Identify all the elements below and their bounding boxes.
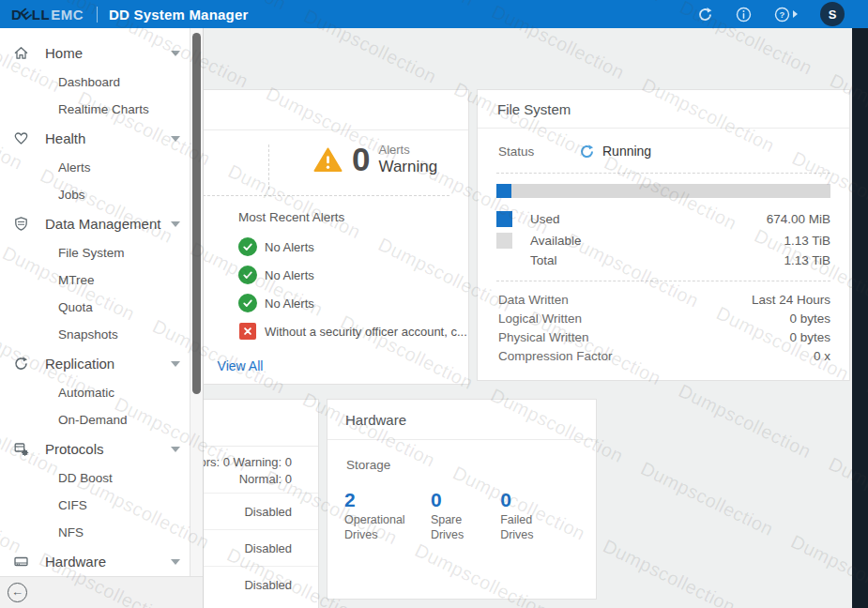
user-avatar[interactable]: S — [820, 2, 845, 26]
available-swatch — [496, 233, 512, 249]
status-value: Running — [602, 144, 651, 159]
sidebar-item-health[interactable]: Health — [0, 123, 203, 154]
sidebar-item-cifs[interactable]: CIFS — [0, 492, 203, 519]
hardware-panel: Hardware Storage 2 Operational Drives 0 … — [327, 399, 597, 600]
chevron-down-icon[interactable] — [171, 51, 180, 56]
failed-drives-stat: 0 Failed Drives — [500, 489, 586, 542]
sidebar-scrollbar-thumb[interactable] — [192, 33, 201, 394]
capacity-total-row: Total 1.13 TiB — [496, 250, 830, 270]
sidebar-footer: ← — [0, 576, 203, 608]
nav-menu: Home Dashboard Realtime Charts Health Al… — [0, 28, 203, 577]
used-swatch — [496, 211, 512, 227]
dell-emc-logo: DELL EMC — [11, 7, 84, 23]
warning-stat: 0 Alerts Warning — [312, 141, 437, 178]
sidebar-item-protocols[interactable]: Protocols — [0, 433, 203, 464]
compression-factor-row: Compression Factor 0 x — [498, 347, 830, 365]
capacity-used-row: Used 674.00 MiB — [496, 208, 830, 229]
watermark-text: Dumpscollection — [571, 535, 758, 608]
physical-written-row: Physical Written 0 bytes — [498, 328, 830, 346]
sidebar-item-alerts[interactable]: Alerts — [0, 154, 203, 181]
sidebar-item-replication[interactable]: Replication — [0, 348, 203, 379]
data-written-row: Data Written Last 24 Hours — [498, 291, 830, 309]
ok-icon — [238, 294, 257, 312]
refresh-icon[interactable] — [697, 7, 713, 23]
sidebar-item-jobs[interactable]: Jobs — [0, 181, 203, 208]
hardware-panel-title: Hardware — [345, 412, 406, 428]
shield-icon — [12, 216, 29, 233]
ok-icon — [238, 266, 257, 284]
alert-row: No Alerts — [238, 233, 464, 261]
chevron-down-icon[interactable] — [171, 361, 180, 367]
fs-separator — [496, 173, 830, 174]
home-icon — [12, 45, 29, 62]
warning-count: 0 — [352, 141, 370, 178]
protocols-icon — [12, 441, 29, 458]
help-menu[interactable]: ? — [774, 7, 798, 23]
service-row: Disabled — [244, 530, 292, 566]
sidebar-item-realtime-charts[interactable]: Realtime Charts — [0, 96, 203, 123]
info-icon[interactable] — [736, 7, 752, 23]
service-row: Disabled — [244, 567, 292, 602]
alert-row: Without a security officer account, c... — [238, 317, 464, 345]
error-icon — [239, 323, 256, 340]
warning-count-unit: Alerts — [378, 144, 437, 158]
file-system-panel-title: File System — [497, 101, 571, 117]
sync-icon — [579, 144, 595, 160]
drive-icon — [12, 554, 29, 570]
sidebar-item-home[interactable]: Home — [0, 38, 203, 68]
storage-section-label: Storage — [346, 458, 390, 472]
operational-drives-stat: 2 Operational Drives — [344, 489, 431, 542]
recent-alerts-title: Most Recent Alerts — [238, 210, 344, 224]
app-title: DD System Manager — [109, 7, 248, 23]
svg-text:?: ? — [780, 9, 785, 20]
capacity-bar — [496, 184, 830, 198]
right-edge-strip — [852, 28, 868, 608]
sidebar-scrollbar-track[interactable] — [190, 28, 203, 577]
sidebar-item-dd-boost[interactable]: DD Boost — [0, 464, 203, 492]
sidebar-item-quota[interactable]: Quota — [0, 294, 203, 321]
watermark-text: Dumpscollection — [647, 380, 834, 531]
dd-system-manager-window: 0 Alerts Warning Most Recent Alerts No A… — [0, 0, 868, 608]
sidebar-item-file-system[interactable]: File System — [0, 239, 203, 266]
fs-separator — [496, 281, 830, 281]
watermark-text: Dumpscollection — [609, 458, 797, 608]
warning-severity-label: Warning — [378, 158, 437, 176]
chevron-down-icon[interactable] — [171, 559, 180, 565]
alert-row: No Alerts — [238, 261, 464, 289]
storage-stats: 2 Operational Drives 0 Spare Drives 0 Fa… — [344, 489, 586, 542]
services-summary: rors: 0 Warning: 0 Normal: 0 — [195, 454, 292, 487]
status-label: Status — [498, 144, 579, 159]
recent-alerts-list: No Alerts No Alerts No Alerts Without a … — [238, 233, 464, 345]
sidebar-item-snapshots[interactable]: Snapshots — [0, 321, 203, 348]
heart-icon — [12, 130, 29, 147]
header-actions: ? S — [697, 0, 845, 28]
app-header: DELL EMC DD System Manager ? S — [0, 0, 868, 28]
spare-drives-stat: 0 Spare Drives — [431, 489, 500, 542]
sidebar-item-mtree[interactable]: MTree — [0, 266, 203, 294]
file-system-status-row: Status Running — [498, 139, 829, 163]
help-icon[interactable]: ? — [774, 7, 790, 23]
sidebar-item-dashboard[interactable]: Dashboard — [0, 68, 203, 96]
sidebar-item-automatic[interactable]: Automatic — [0, 379, 203, 406]
chevron-down-icon[interactable] — [171, 447, 180, 452]
header-divider — [97, 7, 98, 23]
summary-divider — [268, 144, 269, 190]
chevron-down-icon[interactable] — [171, 221, 180, 227]
file-system-panel: File System Status Running Used 674.00 M… — [477, 89, 850, 381]
chevron-down-icon[interactable] — [171, 136, 180, 142]
sidebar-item-hardware[interactable]: Hardware — [0, 546, 203, 577]
capacity-available-row: Available 1.13 TiB — [496, 230, 830, 251]
capacity-bar-fill — [496, 184, 511, 198]
navigation-sidebar: Home Dashboard Realtime Charts Health Al… — [0, 28, 204, 608]
ok-icon — [238, 237, 257, 256]
service-row: Disabled — [244, 494, 292, 529]
collapse-sidebar-icon[interactable]: ← — [8, 583, 27, 602]
help-caret-icon — [793, 10, 798, 18]
sidebar-item-data-management[interactable]: Data Management — [0, 208, 203, 239]
sidebar-item-on-demand[interactable]: On-Demand — [0, 406, 203, 433]
warning-icon — [312, 146, 343, 174]
sidebar-item-nfs[interactable]: NFS — [0, 519, 203, 546]
alert-row: No Alerts — [238, 289, 464, 317]
logical-written-row: Logical Written 0 bytes — [498, 310, 830, 327]
sync-icon — [12, 356, 29, 372]
